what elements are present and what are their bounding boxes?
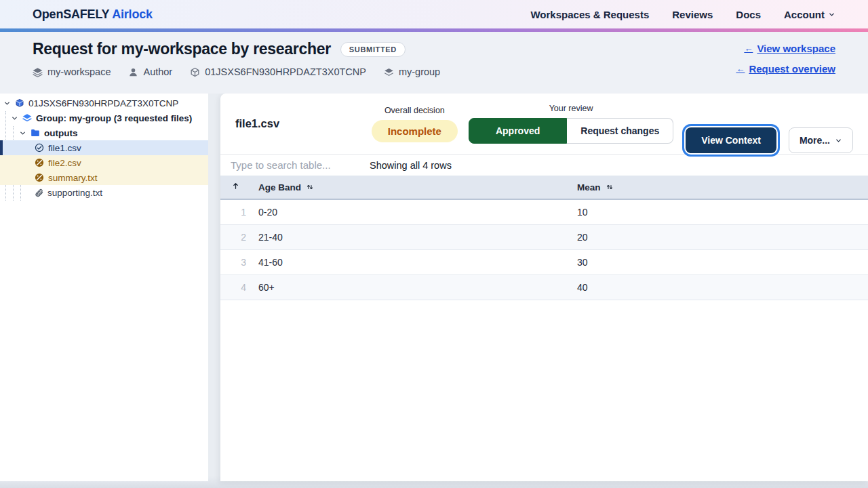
- tree-item-request-id[interactable]: 01JSXS6FN930HRPDAZT3X0TCNP: [0, 96, 208, 110]
- view-workspace-link[interactable]: ← View workspace: [744, 43, 835, 54]
- cell-age-band: 21-40: [250, 225, 569, 250]
- tree-item-group[interactable]: Group: my-group (3 requested files): [0, 110, 208, 125]
- sort-ascending-icon: [231, 182, 240, 190]
- more-button[interactable]: More...: [789, 127, 853, 153]
- overall-decision-label: Overall decision: [384, 106, 445, 115]
- layers-icon: [384, 67, 394, 77]
- tree-item-summary[interactable]: summary.txt: [0, 170, 208, 185]
- file-panel-header: file1.csv Overall decision Incomplete Yo…: [220, 94, 868, 155]
- chevron-down-icon[interactable]: [10, 115, 18, 122]
- tree-item-outputs-folder[interactable]: outputs: [0, 125, 208, 140]
- request-changes-button[interactable]: Request changes: [567, 118, 673, 144]
- header-links: ← View workspace ← Request overview: [736, 43, 835, 75]
- brand-secondary: Airlock: [112, 7, 153, 21]
- sort-icon: [606, 183, 614, 191]
- data-table: Age Band Mean 1 0-20 1: [220, 176, 868, 300]
- view-context-button[interactable]: View Context: [686, 127, 776, 153]
- tree-item-label: summary.txt: [48, 173, 98, 183]
- row-index: 2: [220, 225, 250, 250]
- meta-request-id: 01JSXS6FN930HRPDAZT3X0TCNP: [190, 66, 366, 77]
- tree-item-label: outputs: [44, 128, 78, 138]
- file-title: file1.csv: [235, 117, 279, 130]
- layers-icon: [22, 113, 32, 123]
- pending-circle-icon: [35, 158, 44, 167]
- cube-icon: [15, 98, 24, 108]
- tree-item-label: 01JSXS6FN930HRPDAZT3X0TCNP: [28, 98, 178, 108]
- page-title: Request for my-workspace by researcher: [33, 40, 331, 58]
- row-count-text: Showing all 4 rows: [370, 160, 452, 171]
- file-tree: 01JSXS6FN930HRPDAZT3X0TCNP Group: my-gro…: [0, 96, 208, 200]
- review-button-group: Approved Request changes: [469, 118, 673, 144]
- paperclip-icon: [35, 188, 43, 197]
- table-row: 4 60+ 40: [220, 275, 868, 300]
- app-logo[interactable]: OpenSAFELY Airlock: [33, 7, 153, 22]
- left-arrow-icon: ←: [744, 43, 753, 54]
- tree-item-label: Group: my-group (3 requested files): [36, 113, 192, 123]
- column-header-age-band[interactable]: Age Band: [250, 176, 569, 199]
- cube-icon: [190, 67, 200, 77]
- tree-item-label: file2.csv: [48, 158, 81, 168]
- table-toolbar: Showing all 4 rows: [220, 155, 868, 176]
- pending-circle-icon: [35, 173, 44, 182]
- column-header-label: Mean: [577, 182, 601, 192]
- tree-item-file1[interactable]: file1.csv: [0, 140, 208, 155]
- overall-decision-value-badge: Incomplete: [372, 120, 458, 142]
- row-index: 3: [220, 250, 250, 275]
- status-badge: SUBMITTED: [340, 42, 406, 57]
- request-overview-label: Request overview: [749, 63, 835, 75]
- folder-icon: [31, 128, 40, 138]
- tree-item-label: file1.csv: [48, 143, 81, 153]
- meta-author-label: Author: [143, 66, 172, 77]
- cell-mean: 10: [569, 199, 868, 225]
- chevron-down-icon[interactable]: [3, 100, 11, 107]
- nav-item-docs[interactable]: Docs: [736, 9, 761, 20]
- meta-author: Author: [128, 66, 172, 77]
- meta-group-label: my-group: [399, 66, 440, 77]
- panel-gap: [208, 94, 220, 481]
- sort-icon: [306, 183, 314, 191]
- nav-item-workspaces-requests[interactable]: Workspaces & Requests: [530, 9, 649, 20]
- request-overview-link[interactable]: ← Request overview: [736, 63, 835, 75]
- chevron-down-icon: [828, 11, 835, 18]
- file-panel: file1.csv Overall decision Incomplete Yo…: [220, 94, 868, 481]
- table-row: 2 21-40 20: [220, 225, 868, 250]
- cell-age-band: 60+: [250, 275, 569, 300]
- nav-links: Workspaces & Requests Reviews Docs Accou…: [530, 9, 835, 20]
- file-tree-sidebar: 01JSXS6FN930HRPDAZT3X0TCNP Group: my-gro…: [0, 94, 208, 481]
- your-review-group: Your review Approved Request changes: [469, 104, 673, 144]
- cell-age-band: 41-60: [250, 250, 569, 275]
- table-header-row: Age Band Mean: [220, 176, 868, 199]
- nav-item-account[interactable]: Account: [784, 9, 835, 20]
- check-circle-icon: [35, 143, 44, 152]
- meta-workspace: my-workspace: [33, 66, 111, 77]
- table-row: 1 0-20 10: [220, 199, 868, 225]
- meta-row: my-workspace Author 01JSXS6FN930HRPDAZT3…: [33, 66, 835, 77]
- overall-decision-group: Overall decision Incomplete: [372, 106, 458, 142]
- nav-item-reviews[interactable]: Reviews: [672, 9, 713, 20]
- row-index: 4: [220, 275, 250, 300]
- row-index: 1: [220, 199, 250, 225]
- cell-mean: 20: [569, 225, 868, 250]
- approve-button[interactable]: Approved: [469, 118, 567, 144]
- cell-mean: 30: [569, 250, 868, 275]
- layers-icon: [33, 67, 43, 77]
- brand-primary: OpenSAFELY: [33, 7, 109, 21]
- index-sort-header[interactable]: [220, 176, 250, 199]
- column-header-label: Age Band: [258, 182, 301, 192]
- table-row: 3 41-60 30: [220, 250, 868, 275]
- tree-item-supporting[interactable]: supporting.txt: [0, 185, 208, 200]
- title-row: Request for my-workspace by researcher S…: [33, 40, 835, 58]
- chevron-down-icon[interactable]: [18, 129, 26, 137]
- user-icon: [128, 67, 138, 77]
- view-workspace-label: View workspace: [757, 43, 835, 54]
- meta-workspace-label: my-workspace: [47, 66, 111, 77]
- cell-mean: 40: [569, 275, 868, 300]
- column-header-mean[interactable]: Mean: [569, 176, 868, 199]
- tree-item-file2[interactable]: file2.csv: [0, 155, 208, 170]
- more-button-label: More...: [800, 135, 830, 146]
- meta-request-id-label: 01JSXS6FN930HRPDAZT3X0TCNP: [205, 66, 366, 77]
- content-area: 01JSXS6FN930HRPDAZT3X0TCNP Group: my-gro…: [0, 94, 868, 488]
- chevron-down-icon: [835, 137, 842, 144]
- top-nav: OpenSAFELY Airlock Workspaces & Requests…: [0, 0, 868, 28]
- search-input[interactable]: [231, 159, 370, 171]
